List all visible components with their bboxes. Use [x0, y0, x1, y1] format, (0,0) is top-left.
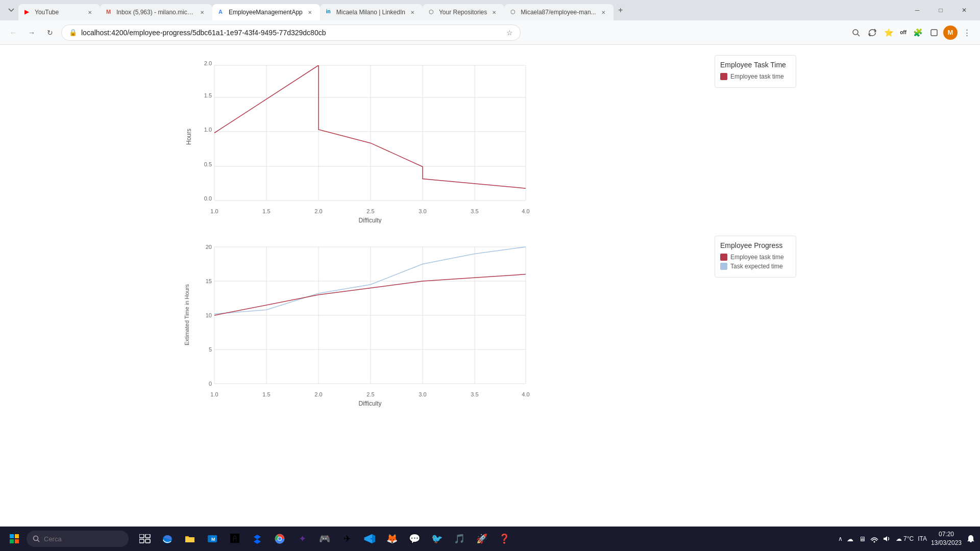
- launch-icon[interactable]: 🚀: [472, 529, 492, 549]
- tab-github-repos[interactable]: ⬡ Your Repositories ✕: [423, 4, 504, 20]
- outlook-icon[interactable]: M: [202, 529, 223, 549]
- bookmark-star-icon[interactable]: ☆: [506, 29, 513, 37]
- svg-rect-63: [139, 534, 144, 538]
- page-content: Hours 0.0 0.5 1.0 1.5 2.0 1.0 1.5 2.0 2.…: [0, 45, 980, 527]
- app8-icon[interactable]: 🎮: [314, 529, 335, 549]
- svg-point-76: [874, 541, 875, 543]
- tab-gmail-close[interactable]: ✕: [198, 8, 206, 16]
- spotify-icon[interactable]: 🎵: [449, 529, 470, 549]
- svg-rect-68: [185, 537, 194, 542]
- minimize-button[interactable]: ─: [905, 2, 929, 18]
- svg-text:Difficulty: Difficulty: [358, 217, 381, 223]
- linkedin-favicon: in: [326, 9, 333, 16]
- firefox-icon[interactable]: 🦊: [382, 529, 402, 549]
- help-icon[interactable]: ❓: [494, 529, 514, 549]
- tab-youtube[interactable]: ▶ YouTube ✕: [18, 4, 100, 20]
- tab-app[interactable]: A EmployeeManagementApp ✕: [212, 4, 320, 20]
- chart1-legend: Employee Task Time Employee task time: [715, 55, 796, 88]
- svg-text:1.0: 1.0: [204, 127, 212, 133]
- up-arrow-icon[interactable]: ∧: [838, 535, 843, 542]
- menu-icon[interactable]: ⋮: [960, 26, 974, 40]
- dropbox-icon[interactable]: [247, 529, 267, 549]
- svg-text:4.0: 4.0: [522, 208, 529, 214]
- svg-text:2.5: 2.5: [366, 391, 374, 397]
- weather-widget[interactable]: ☁ 7°C: [896, 535, 914, 542]
- svg-rect-58: [15, 534, 19, 538]
- app7-icon[interactable]: ✦: [292, 529, 312, 549]
- share-icon[interactable]: [865, 26, 879, 40]
- maximize-button[interactable]: □: [929, 2, 952, 18]
- svg-text:1.5: 1.5: [204, 92, 212, 98]
- taskbar-search-input[interactable]: [44, 535, 115, 543]
- reload-button[interactable]: ↻: [43, 26, 57, 40]
- temperature-text: 7°C: [903, 535, 914, 542]
- clock[interactable]: 07:20 13/03/2023: [931, 530, 962, 547]
- network-icon[interactable]: [869, 534, 879, 544]
- address-bar-row: ← → ↻ 🔒 localhost:4200/employee-progress…: [0, 20, 980, 45]
- svg-text:Extimated Time in Hours: Extimated Time in Hours: [184, 284, 190, 345]
- telegram-icon[interactable]: ✈: [337, 529, 357, 549]
- new-tab-button[interactable]: +: [614, 3, 628, 17]
- taskbar-search-icon: [33, 535, 40, 542]
- tab-github-repo-close[interactable]: ✕: [599, 8, 607, 16]
- svg-text:2.0: 2.0: [314, 391, 322, 397]
- tab-app-close[interactable]: ✕: [306, 8, 314, 16]
- taskbar: M 🅰: [0, 527, 980, 551]
- tab-overflow-button[interactable]: [4, 3, 18, 17]
- chart2-label-1: Employee task time: [730, 254, 784, 261]
- monitor-icon[interactable]: 🖥: [857, 534, 867, 544]
- tab-youtube-close[interactable]: ✕: [86, 8, 94, 16]
- profile-tab-icon[interactable]: [927, 26, 941, 40]
- svg-text:1.0: 1.0: [210, 391, 218, 397]
- svg-text:1.0: 1.0: [210, 208, 218, 214]
- amazon-icon[interactable]: 🅰: [225, 529, 245, 549]
- chart2-legend-item-1: Employee task time: [720, 254, 791, 261]
- chart2-wrapper: Extimated Time in Hours 0 5 10 15 20 1.0…: [184, 236, 796, 411]
- close-button[interactable]: ✕: [952, 2, 976, 18]
- edge-icon[interactable]: [157, 529, 178, 549]
- charts-container: Hours 0.0 0.5 1.0 1.5 2.0 1.0 1.5 2.0 2.…: [184, 55, 796, 516]
- back-button[interactable]: ←: [6, 26, 20, 40]
- url-text: localhost:4200/employee-progress/5dbc61a…: [81, 29, 502, 37]
- address-bar-icons: ☆: [506, 29, 513, 37]
- search-icon[interactable]: [849, 26, 863, 40]
- tab-bar: ▶ YouTube ✕ M Inbox (5,963) - milano.mic…: [0, 0, 980, 20]
- svg-line-62: [38, 540, 40, 542]
- tab-github-repo-title: Micaela87/employee-man...: [521, 9, 596, 16]
- tab-youtube-title: YouTube: [35, 9, 83, 16]
- tab-linkedin[interactable]: in Micaela Milano | LinkedIn ✕: [320, 4, 423, 20]
- taskbar-search-bar[interactable]: [27, 531, 129, 547]
- notification-icon[interactable]: [966, 534, 976, 544]
- start-button[interactable]: [4, 530, 24, 548]
- tab-github-repo[interactable]: ⬡ Micaela87/employee-man... ✕: [504, 4, 613, 20]
- extensions-icon[interactable]: 🧩: [911, 26, 925, 40]
- vscode-icon[interactable]: [359, 529, 380, 549]
- tab-github-repos-close[interactable]: ✕: [490, 8, 498, 16]
- chart1-color-1: [720, 73, 727, 80]
- svg-text:0.0: 0.0: [204, 195, 212, 202]
- whatsapp-icon[interactable]: 💬: [404, 529, 425, 549]
- file-explorer-icon[interactable]: [180, 529, 200, 549]
- forward-button[interactable]: →: [24, 26, 39, 40]
- chrome-icon[interactable]: [270, 529, 290, 549]
- chart2-legend-item-2: Task expected time: [720, 263, 791, 270]
- bookmark-icon[interactable]: ⭐: [881, 26, 896, 40]
- tab-linkedin-close[interactable]: ✕: [408, 8, 416, 16]
- app-blue-icon[interactable]: 🐦: [427, 529, 447, 549]
- chart2-label-2: Task expected time: [730, 263, 783, 270]
- gmail-favicon: M: [106, 9, 113, 16]
- taskview-button[interactable]: [135, 529, 155, 549]
- tab-gmail[interactable]: M Inbox (5,963) - milano.mica... ✕: [100, 4, 212, 20]
- svg-text:4.0: 4.0: [522, 391, 529, 397]
- language-indicator: ITA: [918, 535, 927, 542]
- speaker-icon[interactable]: [881, 534, 892, 544]
- time-display: 07:20: [931, 530, 962, 539]
- address-bar[interactable]: 🔒 localhost:4200/employee-progress/5dbc6…: [61, 24, 521, 41]
- chart1-legend-item-1: Employee task time: [720, 73, 791, 80]
- svg-text:2.0: 2.0: [204, 60, 212, 66]
- chart2-color-1: [720, 254, 727, 261]
- profile-button[interactable]: M: [943, 26, 958, 40]
- youtube-favicon: ▶: [24, 9, 32, 16]
- svg-text:5: 5: [209, 346, 212, 353]
- cloud-icon[interactable]: ☁: [845, 534, 855, 544]
